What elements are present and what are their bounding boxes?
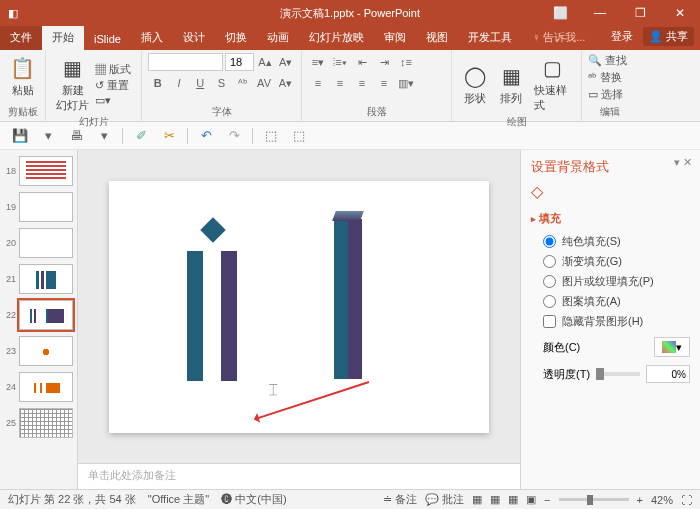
shape-bar-1[interactable] <box>187 251 203 381</box>
trim-icon[interactable]: ✂ <box>159 126 179 146</box>
spacing-button[interactable]: AV <box>254 74 273 92</box>
tab-home[interactable]: 开始 <box>42 26 84 50</box>
opt-pattern-fill[interactable]: 图案填充(A) <box>543 294 690 309</box>
fill-category-icon[interactable]: ◇ <box>531 182 690 201</box>
strike-button[interactable]: S <box>212 74 231 92</box>
group-clipboard-label: 剪贴板 <box>6 105 39 119</box>
tab-animations[interactable]: 动画 <box>257 26 299 50</box>
work-area: 18 19 20 21 22 23 24 25 ⌶ 单击此处添加备注 ▾ ✕ 设… <box>0 150 700 489</box>
comments-toggle[interactable]: 💬 批注 <box>425 492 464 507</box>
font-size-combo[interactable]: 18 <box>225 53 254 71</box>
signin-link[interactable]: 登录 <box>611 29 633 44</box>
view-sorter-icon[interactable]: ▦ <box>490 493 500 506</box>
shadow-button[interactable]: ᴬᵇ <box>233 74 252 92</box>
tab-developer[interactable]: 开发工具 <box>458 26 522 50</box>
slide-thumbnails[interactable]: 18 19 20 21 22 23 24 25 <box>0 150 78 489</box>
tell-me[interactable]: ♀ 告诉我... <box>522 26 595 50</box>
ribbon-display-icon[interactable]: ⬜ <box>540 0 580 26</box>
zoom-slider[interactable] <box>559 498 629 501</box>
slide-canvas[interactable]: ⌶ <box>109 181 489 433</box>
zoom-level[interactable]: 42% <box>651 494 673 506</box>
justify-button[interactable]: ≡ <box>374 74 394 92</box>
qat-more2[interactable]: ⬚ <box>289 126 309 146</box>
font-family-combo[interactable] <box>148 53 223 71</box>
find-button[interactable]: 🔍 查找 <box>588 53 632 68</box>
notes-placeholder[interactable]: 单击此处添加备注 <box>78 463 520 489</box>
notes-toggle[interactable]: ≐ 备注 <box>383 492 417 507</box>
thumb-20[interactable]: 20 <box>0 226 77 260</box>
share-button[interactable]: 👤 共享 <box>643 27 694 46</box>
color-picker-button[interactable]: ▾ <box>654 337 690 357</box>
shape-diamond[interactable] <box>200 217 225 242</box>
tab-islide[interactable]: iSlide <box>84 29 131 50</box>
view-normal-icon[interactable]: ▦ <box>472 493 482 506</box>
reset-button[interactable]: ↺ 重置 <box>95 78 131 93</box>
qat-more[interactable]: ⬚ <box>261 126 281 146</box>
opt-gradient-fill[interactable]: 渐变填充(G) <box>543 254 690 269</box>
transparency-value[interactable]: 0% <box>646 365 690 383</box>
transparency-label: 透明度(T) <box>543 367 590 382</box>
columns-button[interactable]: ▥▾ <box>396 74 416 92</box>
paste-button[interactable]: 📋粘贴 <box>6 53 39 100</box>
arrange-button[interactable]: ▦排列 <box>494 61 528 108</box>
zoom-in-button[interactable]: + <box>637 494 643 506</box>
font-color-button[interactable]: A▾ <box>276 74 295 92</box>
pane-close-icon[interactable]: ▾ ✕ <box>674 156 692 169</box>
group-para-label: 段落 <box>308 105 445 119</box>
shapes-button[interactable]: ◯形状 <box>458 61 492 108</box>
maximize-button[interactable]: ❐ <box>620 0 660 26</box>
bold-button[interactable]: B <box>148 74 167 92</box>
tab-design[interactable]: 设计 <box>173 26 215 50</box>
language-indicator[interactable]: 🅒 中文(中国) <box>221 492 286 507</box>
opt-solid-fill[interactable]: 纯色填充(S) <box>543 234 690 249</box>
thumb-18[interactable]: 18 <box>0 154 77 188</box>
section-button[interactable]: ▭▾ <box>95 94 131 107</box>
indent-dec-button[interactable]: ⇤ <box>352 53 372 71</box>
thumb-24[interactable]: 24 <box>0 370 77 404</box>
thumb-23[interactable]: 23 <box>0 334 77 368</box>
tab-transitions[interactable]: 切换 <box>215 26 257 50</box>
numbering-button[interactable]: ⦙≡▾ <box>330 53 350 71</box>
tab-insert[interactable]: 插入 <box>131 26 173 50</box>
indent-inc-button[interactable]: ⇥ <box>374 53 394 71</box>
new-slide-button[interactable]: ▦新建 幻灯片 <box>52 53 93 115</box>
thumb-25[interactable]: 25 <box>0 406 77 440</box>
fit-window-icon[interactable]: ⛶ <box>681 494 692 506</box>
tab-review[interactable]: 审阅 <box>374 26 416 50</box>
replace-button[interactable]: ᵃᵇ 替换 <box>588 70 632 85</box>
zoom-out-button[interactable]: − <box>544 494 550 506</box>
close-button[interactable]: ✕ <box>660 0 700 26</box>
select-button[interactable]: ▭ 选择 <box>588 87 632 102</box>
save-icon[interactable]: 💾 <box>10 126 30 146</box>
bullets-button[interactable]: ≡▾ <box>308 53 328 71</box>
linespace-button[interactable]: ↕≡ <box>396 53 416 71</box>
layout-button[interactable]: ▦ 版式 <box>95 62 131 77</box>
fill-section[interactable]: 填充 <box>531 211 690 226</box>
quickstyle-button[interactable]: ▢快速样式 <box>530 53 575 115</box>
opt-hide-bg[interactable]: 隐藏背景图形(H) <box>543 314 690 329</box>
minimize-button[interactable]: — <box>580 0 620 26</box>
theme-name: "Office 主题" <box>148 492 209 507</box>
tab-view[interactable]: 视图 <box>416 26 458 50</box>
thumb-21[interactable]: 21 <box>0 262 77 296</box>
tab-slideshow[interactable]: 幻灯片放映 <box>299 26 374 50</box>
increase-font-icon[interactable]: A▴ <box>256 53 275 71</box>
align-center-button[interactable]: ≡ <box>330 74 350 92</box>
thumb-22[interactable]: 22 <box>0 298 77 332</box>
italic-button[interactable]: I <box>169 74 188 92</box>
undo-button[interactable]: ↶ <box>196 126 216 146</box>
underline-button[interactable]: U <box>191 74 210 92</box>
transparency-slider[interactable] <box>596 372 640 376</box>
view-reading-icon[interactable]: ▦ <box>508 493 518 506</box>
opt-picture-fill[interactable]: 图片或纹理填充(P) <box>543 274 690 289</box>
align-right-button[interactable]: ≡ <box>352 74 372 92</box>
shape-bar-2[interactable] <box>221 251 237 381</box>
redo-button[interactable]: ↷ <box>224 126 244 146</box>
status-bar: 幻灯片 第 22 张，共 54 张 "Office 主题" 🅒 中文(中国) ≐… <box>0 489 700 509</box>
tab-file[interactable]: 文件 <box>0 26 42 50</box>
align-left-button[interactable]: ≡ <box>308 74 328 92</box>
decrease-font-icon[interactable]: A▾ <box>276 53 295 71</box>
view-slideshow-icon[interactable]: ▣ <box>526 493 536 506</box>
thumb-19[interactable]: 19 <box>0 190 77 224</box>
shape-3d-bar[interactable] <box>334 219 362 379</box>
